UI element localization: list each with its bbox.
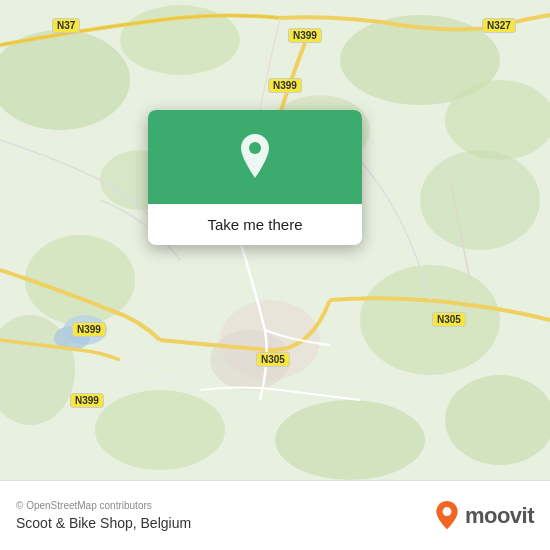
road-label-n399-mid: N399 [268,78,302,93]
location-pin-icon [234,132,276,182]
popup-green-area [148,110,362,204]
svg-point-10 [95,390,225,470]
map-container: N37 N399 N327 N399 N399 N399 N305 N305 T… [0,0,550,480]
svg-point-7 [445,375,550,465]
copyright-text: © OpenStreetMap contributors [16,500,191,511]
svg-point-6 [360,265,500,375]
svg-point-5 [420,150,540,250]
bottom-left: © OpenStreetMap contributors Scoot & Bik… [16,500,191,531]
road-label-n327: N327 [482,18,516,33]
moovit-pin-icon [433,500,461,532]
road-label-n37: N37 [52,18,80,33]
location-name: Scoot & Bike Shop, Belgium [16,515,191,531]
svg-point-11 [275,400,425,480]
road-label-n305-mid: N305 [256,352,290,367]
bottom-bar: © OpenStreetMap contributors Scoot & Bik… [0,480,550,550]
svg-point-18 [249,142,261,154]
road-label-n305-right: N305 [432,312,466,327]
popup-label[interactable]: Take me there [148,204,362,245]
road-label-n399-top: N399 [288,28,322,43]
moovit-logo: moovit [433,500,534,532]
svg-point-4 [445,80,550,160]
svg-point-19 [442,507,451,516]
road-label-n399-left: N399 [72,322,106,337]
road-label-n399-bot: N399 [70,393,104,408]
popup-card[interactable]: Take me there [148,110,362,245]
moovit-text: moovit [465,503,534,529]
